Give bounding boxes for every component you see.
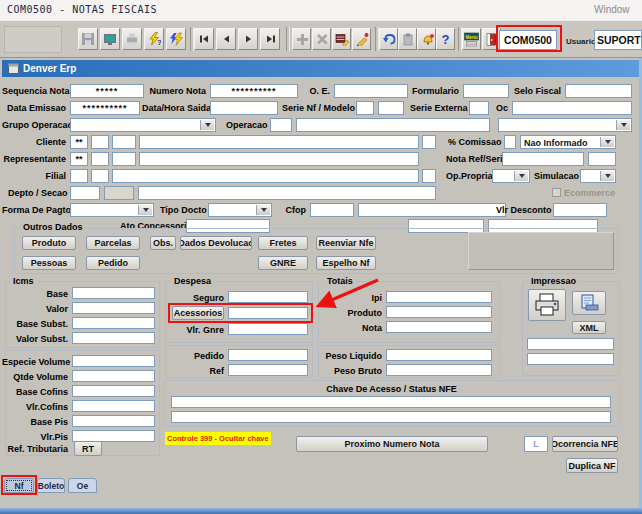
cliente-field-2[interactable] xyxy=(91,135,109,149)
dropdown-button[interactable] xyxy=(514,171,528,181)
prior-record-button[interactable] xyxy=(216,28,236,50)
dados-devolucao-button[interactable]: Dados Devolucao xyxy=(180,236,252,250)
espelho-nf-button[interactable]: Espelho Nf xyxy=(316,256,376,270)
nota-ref-serie-field[interactable] xyxy=(588,152,616,166)
secao-field[interactable] xyxy=(104,186,134,200)
grupo-operacao-combo[interactable] xyxy=(70,118,216,132)
serie-externa-field[interactable] xyxy=(469,101,489,115)
modelo-field[interactable] xyxy=(378,101,404,115)
dropdown-button[interactable] xyxy=(600,171,614,181)
cliente-field-3[interactable] xyxy=(112,135,136,149)
data-hora-saida-field[interactable] xyxy=(210,101,278,115)
program-code-field[interactable]: COM0500 xyxy=(499,30,557,50)
reenviar-nfe-button[interactable]: Reenviar Nfe xyxy=(316,236,376,250)
dropdown-button[interactable] xyxy=(256,205,270,215)
especie-volume-field[interactable] xyxy=(72,355,155,367)
operacao-desc-field[interactable] xyxy=(296,118,490,132)
edit-button[interactable] xyxy=(352,28,371,50)
icms-base-field[interactable] xyxy=(72,287,155,299)
view-button[interactable] xyxy=(100,28,120,50)
comissao-combo[interactable]: Nao Informado xyxy=(520,135,616,149)
dropdown-button[interactable] xyxy=(138,205,152,215)
tipo-docto-combo[interactable] xyxy=(208,203,272,217)
despesa-pedido-field[interactable] xyxy=(228,349,308,361)
ecommerce-checkbox[interactable] xyxy=(552,188,561,197)
alerts-button[interactable] xyxy=(417,28,436,50)
oe-field[interactable] xyxy=(334,84,408,98)
dropdown-button[interactable] xyxy=(616,120,630,130)
simulacao-combo[interactable] xyxy=(580,169,616,183)
status-nfe-field[interactable] xyxy=(171,411,611,423)
delete-button[interactable] xyxy=(312,28,331,50)
insert-button[interactable] xyxy=(292,28,311,50)
menu-window[interactable]: Window xyxy=(594,4,630,15)
icms-valor-field[interactable] xyxy=(72,302,155,314)
fretes-button[interactable]: Fretes xyxy=(258,236,308,250)
cliente-code-field[interactable]: ** xyxy=(70,135,88,149)
filial-nome-field[interactable] xyxy=(112,169,419,183)
tab-nf[interactable]: Nf xyxy=(4,478,34,493)
data-emissao-field[interactable]: ********** xyxy=(70,101,140,115)
formulario-field[interactable] xyxy=(463,84,509,98)
help-button[interactable]: ? xyxy=(436,28,455,50)
pedido-button[interactable]: Pedido xyxy=(86,256,140,270)
totais-produto-field[interactable] xyxy=(386,306,492,318)
gnre-button[interactable]: GNRE xyxy=(258,256,308,270)
impressao-field-1[interactable] xyxy=(527,338,614,350)
representante-field-2[interactable] xyxy=(91,152,109,166)
pct-comissao-field[interactable] xyxy=(504,135,516,149)
tab-oe[interactable]: Oe xyxy=(68,478,97,493)
l-field[interactable]: L xyxy=(524,436,548,452)
vlr-gnre-field[interactable] xyxy=(228,323,308,335)
cfop-desc-field[interactable] xyxy=(358,203,506,217)
clipboard-button[interactable] xyxy=(398,28,417,50)
dropdown-button[interactable] xyxy=(600,137,614,147)
serie-nf-field[interactable] xyxy=(356,101,374,115)
last-record-button[interactable] xyxy=(260,28,280,50)
cfop-field[interactable] xyxy=(310,203,354,217)
produto-button[interactable]: Produto xyxy=(22,236,76,250)
pessoas-button[interactable]: Pessoas xyxy=(22,256,76,270)
vlr-desconto-field[interactable] xyxy=(553,203,607,217)
print-nf-button[interactable] xyxy=(528,289,566,321)
oc-field[interactable] xyxy=(512,101,632,115)
cliente-nome-field[interactable] xyxy=(139,135,419,149)
acessorios-button[interactable]: Acessorios xyxy=(172,306,224,320)
parcelas-button[interactable]: Parcelas xyxy=(86,236,140,250)
dropdown-button[interactable] xyxy=(200,120,214,130)
operacao-code-field[interactable] xyxy=(270,118,292,132)
selo-fiscal-field[interactable] xyxy=(565,84,632,98)
menu-button[interactable]: Menu xyxy=(462,28,481,50)
depto-field[interactable] xyxy=(70,186,100,200)
next-record-button[interactable] xyxy=(238,28,258,50)
base-cofins-field[interactable] xyxy=(72,385,155,397)
save-button[interactable] xyxy=(78,28,98,50)
peso-bruto-field[interactable] xyxy=(386,364,492,376)
user-field[interactable]: SUPORTE xyxy=(594,30,642,50)
acessorios-field[interactable] xyxy=(228,307,308,319)
impressao-field-2[interactable] xyxy=(527,353,614,365)
post-edit-button[interactable] xyxy=(332,28,351,50)
ipi-field[interactable] xyxy=(386,291,492,303)
undo-button[interactable] xyxy=(379,28,398,50)
op-propria-combo[interactable] xyxy=(492,169,530,183)
duplica-nf-button[interactable]: Duplica NF xyxy=(566,458,618,473)
print-xml-button[interactable] xyxy=(572,291,606,315)
representante-field-3[interactable] xyxy=(112,152,136,166)
qtde-volume-field[interactable] xyxy=(72,370,155,382)
filial-code-field[interactable] xyxy=(70,169,88,183)
first-record-button[interactable] xyxy=(194,28,214,50)
tab-boleto[interactable]: Boleto xyxy=(37,478,65,493)
sequencia-nota-field[interactable]: ***** xyxy=(70,84,144,98)
base-subst-field[interactable] xyxy=(72,317,155,329)
rt-button[interactable]: RT xyxy=(74,441,102,456)
help-config-button[interactable]: ? xyxy=(144,28,164,50)
representante-nome-field[interactable] xyxy=(139,152,419,166)
cliente-field-5[interactable] xyxy=(422,135,436,149)
nota-ref-field[interactable] xyxy=(502,152,584,166)
valor-subst-field[interactable] xyxy=(72,332,155,344)
print-button[interactable] xyxy=(122,28,142,50)
xml-button[interactable]: XML xyxy=(572,321,606,334)
execute-button[interactable] xyxy=(166,28,186,50)
totais-nota-field[interactable] xyxy=(386,321,492,333)
